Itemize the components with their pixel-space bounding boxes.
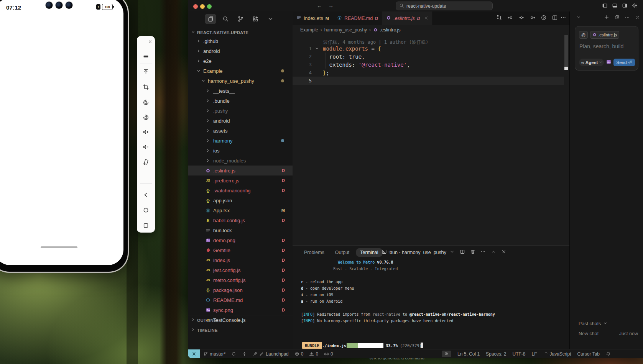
history-icon[interactable] <box>614 15 620 21</box>
menu-icon[interactable] <box>140 51 152 62</box>
tree-item-demo.png[interactable]: demo.pngD <box>188 235 293 245</box>
volume-up-icon[interactable] <box>140 126 152 138</box>
terminal-session-tab[interactable]: bun - harmony_use_pushy <box>382 249 446 256</box>
editor-tab-readme.md[interactable]: README.mdD <box>333 11 382 25</box>
rotate-device-icon[interactable] <box>140 156 152 167</box>
chevron-up-icon[interactable] <box>491 249 496 256</box>
tree-item-__tests__[interactable]: __tests__ <box>188 86 293 96</box>
panel-tab-terminal[interactable]: Terminal <box>356 248 382 257</box>
status-cursor-tab[interactable]: Cursor Tab <box>577 351 600 357</box>
gear-icon[interactable] <box>632 3 638 10</box>
sidebar-section-outline[interactable]: OUTLINE <box>188 315 293 325</box>
tree-item-sync.png[interactable]: sync.pngD <box>188 305 293 315</box>
tree-item-harmony_use_pushy[interactable]: harmony_use_pushy <box>188 76 293 86</box>
back-icon[interactable]: ← <box>317 3 322 9</box>
status-zoom[interactable] <box>442 351 451 357</box>
tree-item-example[interactable]: Example <box>188 66 293 76</box>
plus-icon[interactable] <box>604 15 609 21</box>
remote-indicator[interactable] <box>188 349 200 358</box>
run-icon[interactable] <box>541 15 547 22</box>
breadcrumb-item[interactable]: harmony_use_pushy <box>324 27 367 33</box>
tree-item-ios[interactable]: ios <box>188 146 293 156</box>
editor-tab-index.ets[interactable]: Index.etsM <box>293 11 333 25</box>
home-indicator[interactable] <box>41 246 77 248</box>
panel-tab-problems[interactable]: Problems <box>300 248 328 257</box>
close-traffic-light[interactable] <box>193 4 198 9</box>
past-chats-toggle[interactable]: Past chats <box>579 321 607 326</box>
add-context-button[interactable]: @ <box>579 31 588 39</box>
status-launchpad[interactable]: Launchpad <box>253 351 288 357</box>
code-line-5[interactable]: 5 <box>293 77 564 85</box>
tree-item-.prettierrc.js[interactable]: JS.prettierrc.jsD <box>188 175 293 185</box>
tree-item-package.json[interactable]: {}package.jsonD <box>188 285 293 295</box>
tree-item-assets[interactable]: assets <box>188 126 293 136</box>
send-button[interactable]: Send ⏎ <box>613 59 635 66</box>
activity-item-explorer[interactable] <box>205 14 216 24</box>
upload-icon[interactable] <box>140 66 152 77</box>
close-icon[interactable] <box>501 249 507 256</box>
editor-tab-.eslintrc.js[interactable]: .eslintrc.jsD <box>382 11 433 25</box>
tree-item-android[interactable]: android <box>188 46 293 56</box>
tree-item-.bundle[interactable]: .bundle <box>188 96 293 106</box>
rotate-cw-icon[interactable] <box>140 111 152 123</box>
activity-item-source-control[interactable] <box>235 14 246 24</box>
current-change-icon[interactable] <box>518 15 525 22</box>
status-errors[interactable]: 0 <box>294 351 304 357</box>
status-notifications[interactable] <box>606 351 611 356</box>
status-indentation[interactable]: Spaces: 2 <box>486 351 506 357</box>
tree-item-readme.md[interactable]: README.mdD <box>188 295 293 305</box>
home-icon[interactable] <box>140 204 152 216</box>
past-chat-item[interactable]: New chat Just now <box>579 331 638 336</box>
status-encoding[interactable]: UTF-8 <box>512 351 525 357</box>
breadcrumb-item[interactable]: .eslintrc.js <box>380 27 400 33</box>
chevron-down-icon[interactable] <box>576 15 581 21</box>
code-editor[interactable]: 波仔糕, 4 months ago | 1 author (波仔糕) 1modu… <box>293 34 569 245</box>
maximize-traffic-light[interactable] <box>207 4 212 9</box>
ellipsis-icon[interactable] <box>625 15 630 21</box>
activity-item-extensions[interactable] <box>250 14 261 24</box>
split-editor-icon[interactable] <box>460 249 465 256</box>
sidebar-section-timeline[interactable]: TIMELINE <box>188 325 293 335</box>
status-branch[interactable]: master* <box>203 351 225 357</box>
forward-icon[interactable]: → <box>328 3 334 9</box>
status-cursor-position[interactable]: Ln 5, Col 1 <box>457 351 480 357</box>
panel-tab-output[interactable]: Output <box>331 248 354 257</box>
tree-item-index.js[interactable]: JSindex.jsD <box>188 255 293 265</box>
minimize-icon[interactable]: – <box>139 38 145 44</box>
activity-item-more-views[interactable] <box>265 14 276 24</box>
status-warnings[interactable]: 0 <box>309 351 318 357</box>
minimize-traffic-light[interactable] <box>200 4 205 9</box>
emulator-screen[interactable]: 07:12 ! 100 <box>0 0 123 265</box>
terminal-output[interactable]: Welcome to Metro v0.76.8Fast - Scalable … <box>301 260 566 349</box>
attach-image-icon[interactable] <box>606 59 612 66</box>
tree-item-.github[interactable]: .github <box>188 36 293 46</box>
status-eol[interactable]: LF <box>531 351 537 357</box>
tree-item-bun.lock[interactable]: bun.lock <box>188 225 293 235</box>
panel-bottom-icon[interactable] <box>612 3 618 10</box>
chat-input-placeholder[interactable]: Plan, search, build <box>579 43 623 49</box>
rotate-ccw-icon[interactable] <box>140 97 152 108</box>
tree-item-.watchmanconfig[interactable]: {}.watchmanconfigD <box>188 185 293 195</box>
status-ports[interactable]: 0 <box>324 351 333 357</box>
compare-changes-icon[interactable] <box>496 15 502 22</box>
close-icon[interactable] <box>147 38 153 44</box>
tree-item-node_modules[interactable]: node_modules <box>188 156 293 166</box>
tree-item-app.tsx[interactable]: App.tsxM <box>188 205 293 215</box>
chevron-down-icon[interactable] <box>449 249 455 256</box>
status-commit[interactable] <box>242 351 247 356</box>
previous-change-icon[interactable] <box>507 15 513 22</box>
tree-item-jest.config.js[interactable]: JSjest.config.jsD <box>188 265 293 275</box>
tree-item-.eslintrc.js[interactable]: .eslintrc.jsD <box>188 166 293 175</box>
tree-item-app.json[interactable]: {}app.json <box>188 195 293 205</box>
recents-icon[interactable] <box>140 220 152 231</box>
crop-icon[interactable] <box>140 81 152 93</box>
ellipsis-icon[interactable] <box>480 249 486 256</box>
tree-item-android[interactable]: android <box>188 116 293 126</box>
next-change-icon[interactable] <box>530 15 536 22</box>
plus-icon[interactable] <box>439 249 444 256</box>
context-file-chip[interactable]: .eslintrc.js <box>590 31 619 39</box>
volume-down-icon[interactable] <box>140 141 152 152</box>
more-actions-icon[interactable] <box>560 15 566 22</box>
split-editor-icon[interactable] <box>552 15 558 22</box>
breadcrumb[interactable]: Example›harmony_use_pushy›.eslintrc.js <box>300 25 400 34</box>
